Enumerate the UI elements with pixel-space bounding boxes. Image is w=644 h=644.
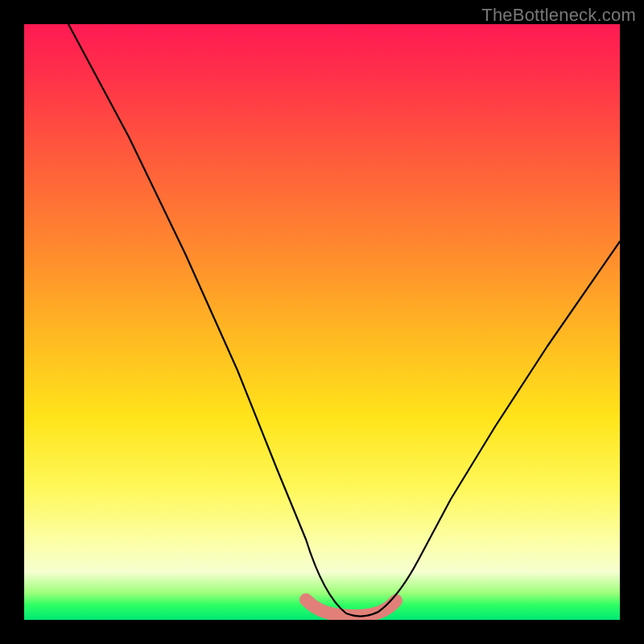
bottleneck-curve-line <box>68 24 620 617</box>
plot-area <box>24 24 620 620</box>
watermark-text: TheBottleneck.com <box>481 5 636 26</box>
chart-frame: TheBottleneck.com <box>0 0 644 644</box>
curve-layer <box>24 24 620 620</box>
